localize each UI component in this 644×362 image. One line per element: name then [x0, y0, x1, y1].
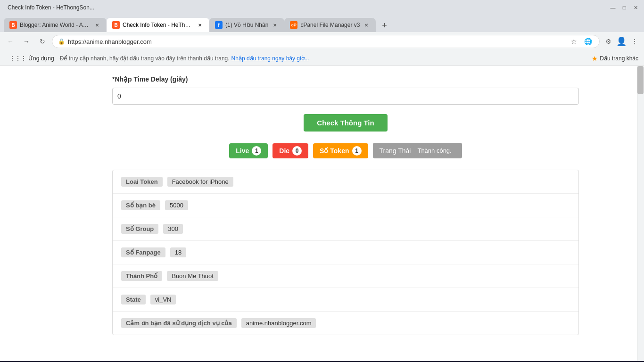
tab-1[interactable]: B Blogger: Anime World - Anime W ✕	[4, 18, 107, 32]
state-value: vi_VN	[150, 295, 176, 304]
table-row: Số bạn bè 5000	[113, 194, 578, 217]
table-row: Cảm ơn bạn đã sử dụng dịch vụ của anime.…	[113, 312, 578, 335]
tab3-close[interactable]: ✕	[271, 21, 279, 29]
tab-3[interactable]: f (1) Võ Hữu Nhân ✕	[209, 18, 284, 32]
apps-label: Ứng dụng	[28, 55, 54, 62]
token-count: 1	[352, 146, 362, 156]
tab4-title: cPanel File Manager v3	[300, 22, 360, 28]
thanks-label: Cảm ơn bạn đã sử dụng dịch vụ của	[121, 318, 237, 328]
bookmarks-hint-text: Để truy cập nhanh, hãy đặt dấu trang vào…	[60, 55, 230, 62]
live-badge[interactable]: Live 1	[229, 143, 268, 158]
info-card: Loai Token Facebook for iPhone Số bạn bè…	[112, 170, 579, 335]
tab2-title: Check Info Token - HeThongSon...	[123, 22, 193, 28]
table-row: Số Fanpage 18	[113, 241, 578, 264]
thanks-value: anime.nhanblogger.com	[241, 318, 316, 328]
minimize-button[interactable]: —	[608, 3, 618, 12]
menu-icon[interactable]: ⋮	[629, 36, 640, 47]
address-bar[interactable]: 🔒 https://anime.nhanblogger.com ☆ 🌐	[52, 35, 600, 48]
live-label: Live	[236, 147, 249, 155]
so-fanpage-value: 18	[170, 247, 186, 257]
window-title: Check Info Token - HeThongSon...	[8, 4, 94, 11]
bookmarks-right-icon: ★	[592, 55, 598, 62]
token-badge[interactable]: Số Token 1	[313, 143, 368, 158]
new-tab-button[interactable]: +	[378, 19, 391, 32]
tab2-close[interactable]: ✕	[196, 21, 204, 29]
user-avatar[interactable]: 👤	[616, 36, 627, 47]
forward-button[interactable]: →	[20, 35, 33, 48]
table-row: State vi_VN	[113, 288, 578, 312]
table-row: Thành Phố Buon Me Thuot	[113, 264, 578, 288]
star-icon[interactable]: ☆	[568, 36, 579, 47]
trang-thai-value: Thành công.	[413, 146, 455, 156]
close-button[interactable]: ✕	[631, 3, 640, 12]
apps-button[interactable]: ⋮⋮⋮ Ứng dụng	[6, 54, 58, 63]
scrollbar[interactable]	[637, 66, 644, 361]
scrollbar-thumb[interactable]	[637, 66, 644, 94]
extensions-icon[interactable]: ⚙	[603, 36, 614, 47]
so-group-label: Số Group	[121, 224, 158, 234]
loai-token-label: Loai Token	[121, 177, 163, 187]
address-text: https://anime.nhanblogger.com	[68, 38, 565, 45]
tab3-favicon: f	[215, 21, 223, 29]
token-label: Số Token	[320, 147, 349, 155]
tab1-favicon: B	[9, 21, 17, 29]
die-count: 0	[292, 146, 302, 156]
thanh-pho-value: Buon Me Thuot	[167, 271, 218, 281]
tab-4[interactable]: cP cPanel File Manager v3 ✕	[284, 18, 376, 32]
translate-icon[interactable]: 🌐	[582, 36, 594, 47]
table-row: Loai Token Facebook for iPhone	[113, 170, 578, 194]
reload-button[interactable]: ↻	[36, 35, 49, 48]
maximize-button[interactable]: □	[619, 3, 629, 12]
time-delay-label: *Nhập Time Delay (giây)	[112, 75, 579, 83]
apps-icon: ⋮⋮⋮	[9, 55, 26, 62]
page-content: *Nhập Time Delay (giây) Check Thông Tin …	[0, 66, 644, 361]
trang-thai-label: Trang Thái	[380, 147, 411, 155]
tab4-favicon: cP	[290, 21, 297, 29]
tab1-title: Blogger: Anime World - Anime W	[20, 22, 91, 28]
thanh-pho-label: Thành Phố	[121, 271, 162, 281]
loai-token-value: Facebook for iPhone	[167, 177, 233, 187]
back-button[interactable]: ←	[4, 35, 17, 48]
table-row: Số Group 300	[113, 217, 578, 241]
time-delay-input[interactable]	[112, 88, 579, 105]
so-fanpage-label: Số Fanpage	[121, 247, 165, 257]
tab-2[interactable]: B Check Info Token - HeThongSon... ✕	[107, 18, 209, 32]
live-count: 1	[252, 146, 261, 156]
so-ban-be-value: 5000	[165, 200, 188, 210]
tab4-close[interactable]: ✕	[363, 21, 370, 29]
bookmarks-right-label[interactable]: Dấu trang khác	[600, 55, 638, 62]
trang-thai-badge: Trang Thái Thành công.	[373, 143, 462, 158]
state-label: State	[121, 295, 146, 304]
tab1-close[interactable]: ✕	[93, 21, 101, 29]
bookmarks-link[interactable]: Nhập dấu trang ngay bây giờ...	[231, 55, 309, 62]
tab2-favicon: B	[112, 21, 120, 29]
lock-icon: 🔒	[58, 38, 65, 45]
check-button[interactable]: Check Thông Tin	[304, 114, 387, 132]
die-badge[interactable]: Die 0	[272, 143, 308, 158]
so-group-value: 300	[163, 224, 183, 234]
so-ban-be-label: Số bạn bè	[121, 200, 160, 210]
die-label: Die	[279, 147, 289, 155]
tab3-title: (1) Võ Hữu Nhân	[225, 22, 268, 28]
